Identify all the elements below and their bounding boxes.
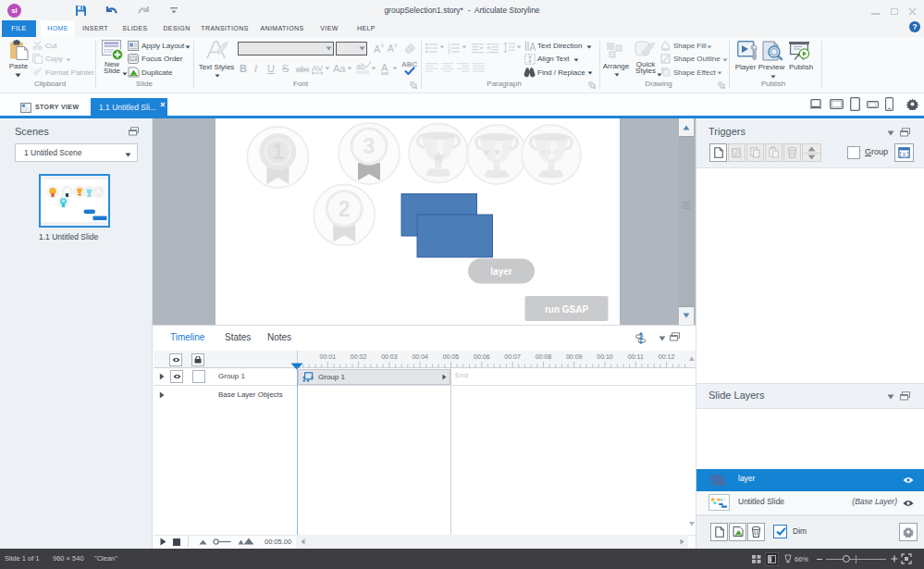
svg-text:123: 123 xyxy=(130,57,136,61)
svg-text:3: 3 xyxy=(363,134,376,158)
svg-text:3: 3 xyxy=(448,50,450,54)
svg-text:layer: layer xyxy=(490,266,511,277)
svg-text:[x]: [x] xyxy=(899,152,910,158)
svg-text:run GSAP: run GSAP xyxy=(545,304,589,315)
svg-text:1: 1 xyxy=(272,140,284,164)
svg-text:2: 2 xyxy=(339,197,351,221)
